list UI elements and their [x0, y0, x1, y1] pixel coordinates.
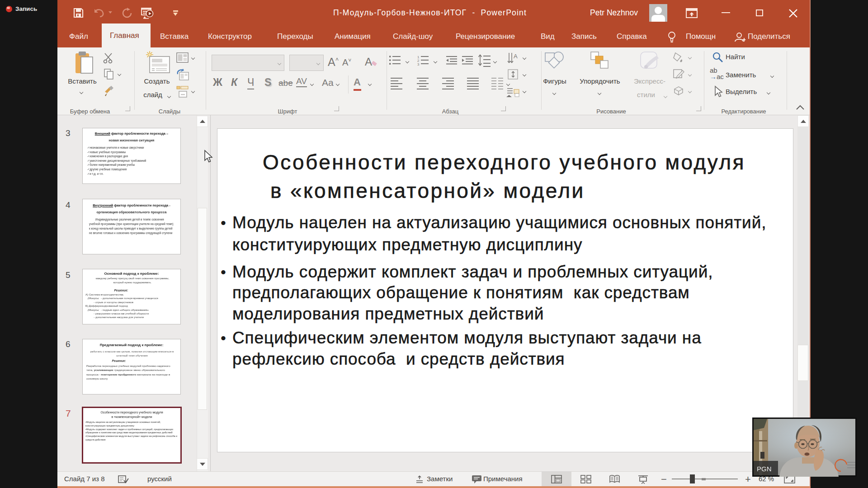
svg-text:A: A	[514, 53, 518, 60]
svg-text:3: 3	[417, 62, 420, 66]
svg-text:PGN: PGN	[757, 465, 772, 473]
